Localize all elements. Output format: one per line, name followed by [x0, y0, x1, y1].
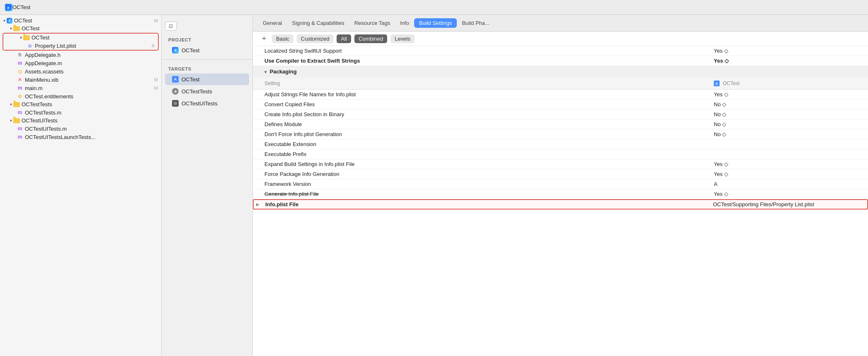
add-setting-button[interactable]: + [259, 34, 269, 43]
filter-bar: + Basic Customized All Combined Levels [253, 32, 868, 46]
nav-octesttests-group[interactable]: ▾ OCTestTests [0, 100, 161, 108]
octesttests-m-icon: m [17, 109, 23, 116]
target-octestuitests-icon: ⊟ [172, 100, 179, 107]
nav-octest-group[interactable]: ▾ OCTest [0, 24, 161, 32]
localized-swift-value[interactable]: Yes ◇ [710, 46, 868, 55]
tab-build-settings[interactable]: Build Settings [414, 18, 457, 28]
assets-icon: ⊙ [17, 68, 23, 75]
octestuitests-group-label: OCTestUITests [22, 117, 158, 124]
adjust-strings-value[interactable]: Yes ◇ [710, 90, 868, 99]
tab-signing[interactable]: Signing & Capabilities [287, 18, 349, 28]
nav-main-m[interactable]: m main.m M [0, 84, 161, 92]
force-package-value[interactable]: Yes ◇ [710, 170, 868, 178]
nav-root[interactable]: ▾ X OCTest M [0, 17, 161, 24]
octestuitests-chevron: ▾ [10, 118, 12, 123]
mainmenu-label: MainMenu.xib [25, 77, 153, 83]
row-defines-module[interactable]: Defines Module No ◇ [253, 119, 868, 129]
target-octesttests-icon: ◈ [172, 88, 179, 95]
project-octest-label: OCTest [182, 47, 199, 54]
filter-levels[interactable]: Levels [390, 34, 415, 43]
dont-force-value[interactable]: No ◇ [710, 130, 868, 139]
row-convert-copied[interactable]: Convert Copied Files No ◇ [253, 100, 868, 110]
octest-chevron: ▾ [10, 26, 12, 31]
row-exec-prefix[interactable]: Executable Prefix [253, 149, 868, 159]
row-force-package[interactable]: Force Package Info Generation Yes ◇ [253, 169, 868, 179]
packaging-section[interactable]: ▾ Packaging [253, 66, 868, 78]
nav-mainmenu[interactable]: ✕ MainMenu.xib M [0, 76, 161, 84]
create-info-name: Create Info.plist Section in Binary [261, 110, 710, 119]
tab-build-phases[interactable]: Build Pha... [457, 18, 495, 28]
supporting-files-label: OCTest [32, 34, 155, 41]
plist-icon: ⊞ [27, 42, 33, 49]
nav-property-list[interactable]: ⊞ Property List.plist A [3, 41, 158, 50]
filter-combined[interactable]: Combined [354, 34, 387, 43]
header-expand [253, 79, 261, 88]
octesttests-folder-icon [13, 102, 20, 107]
nav-entitlements[interactable]: ⚙ OCTest.entitlements [0, 92, 161, 100]
target-octest-label: OCTest [182, 76, 199, 83]
row-framework-version[interactable]: Framework Version A [253, 179, 868, 189]
tab-general[interactable]: General [258, 18, 287, 28]
nav-appdelegate-m[interactable]: m AppDelegate.m [0, 59, 161, 67]
row-use-compiler[interactable]: Use Compiler to Extract Swift Strings Ye… [253, 56, 868, 66]
nav-appdelegate-h[interactable]: h AppDelegate.h [0, 51, 161, 59]
generate-info-name: Generate Info.plist File [261, 190, 710, 198]
project-item-octest[interactable]: X OCTest [165, 44, 249, 56]
adjust-strings-name: Adjust Strings File Names for Info.plist [261, 90, 710, 99]
use-compiler-value[interactable]: Yes ◇ [710, 56, 868, 65]
tab-resource-tags[interactable]: Resource Tags [349, 18, 395, 28]
nav-supporting-files[interactable]: ▾ OCTest [3, 34, 158, 41]
target-item-octesttests[interactable]: ◈ OCTestTests [165, 85, 249, 97]
octestuitests-folder-icon [13, 118, 20, 123]
target-octesttests-label: OCTestTests [182, 88, 212, 95]
filter-customized[interactable]: Customized [297, 34, 334, 43]
h-icon: h [17, 51, 23, 58]
tab-info[interactable]: Info [395, 18, 414, 28]
m-icon: m [17, 60, 23, 66]
exec-prefix-value[interactable] [710, 153, 868, 156]
xib-icon: ✕ [17, 76, 23, 83]
generate-info-value[interactable]: Yes ◇ [710, 190, 868, 198]
exec-extension-value[interactable] [710, 143, 868, 146]
row-create-info[interactable]: Create Info.plist Section in Binary No ◇ [253, 110, 868, 119]
supporting-files-chevron: ▾ [20, 35, 22, 40]
row-localized-swift[interactable]: Localized String SwiftUI Support Yes ◇ [253, 46, 868, 56]
nav-octesttests-m[interactable]: m OCTestTests.m [0, 108, 161, 117]
nav-octestuitests-m[interactable]: m OCTestUITests.m [0, 124, 161, 133]
target-item-octestuitests[interactable]: ⊟ OCTestUITests [165, 98, 249, 109]
ents-icon: ⚙ [17, 93, 23, 100]
framework-version-name: Framework Version [261, 180, 710, 188]
title-bar: X OCTest [0, 0, 868, 15]
row-exec-extension[interactable]: Executable Extension [253, 139, 868, 149]
octestuitests-m-label: OCTestUITests.m [25, 126, 158, 132]
row-info-plist-file[interactable]: ▶ Info.plist File OCTest/Supporting File… [253, 199, 868, 210]
root-icon: X [7, 18, 12, 24]
sidebar-toggle-button[interactable]: ⊡ [165, 22, 177, 31]
nav-assets[interactable]: ⊙ Assets.xcassets [0, 67, 161, 76]
target-item-octest[interactable]: A OCTest [165, 73, 249, 85]
nav-octestuitests-group[interactable]: ▾ OCTestUITests [0, 117, 161, 124]
row-dont-force[interactable]: Don't Force Info.plist Generation No ◇ [253, 129, 868, 139]
convert-copied-value[interactable]: No ◇ [710, 100, 868, 109]
root-label: OCTest [14, 17, 153, 24]
octesttests-group-label: OCTestTests [22, 101, 158, 107]
property-list-label: Property List.plist [35, 43, 150, 49]
info-plist-expand[interactable]: ▶ [254, 202, 262, 207]
main-m-label: main.m [25, 85, 153, 91]
localized-swift-name: Localized String SwiftUI Support [261, 46, 710, 55]
defines-module-value[interactable]: No ◇ [710, 120, 868, 129]
row-adjust-strings[interactable]: Adjust Strings File Names for Info.plist… [253, 90, 868, 100]
supporting-files-folder-icon [23, 35, 30, 40]
framework-version-value[interactable]: A [710, 180, 868, 188]
row-generate-info[interactable]: Generate Info.plist File Yes ◇ [253, 189, 868, 199]
expand-build-value[interactable]: Yes ◇ [710, 160, 868, 168]
filter-all[interactable]: All [337, 34, 351, 43]
filter-basic[interactable]: Basic [272, 34, 293, 43]
content-area: General Signing & Capabilities Resource … [253, 15, 868, 356]
row-expand-build[interactable]: Expand Build Settings in Info.plist File… [253, 159, 868, 169]
header-octest: A OCTest [710, 79, 868, 88]
nav-octestuitests-launch[interactable]: m OCTestUITestsLaunchTests... [0, 133, 161, 141]
header-setting: Setting [261, 79, 710, 88]
info-plist-value[interactable]: OCTest/Supporting Files/Property List.pl… [710, 200, 867, 209]
create-info-value[interactable]: No ◇ [710, 110, 868, 119]
